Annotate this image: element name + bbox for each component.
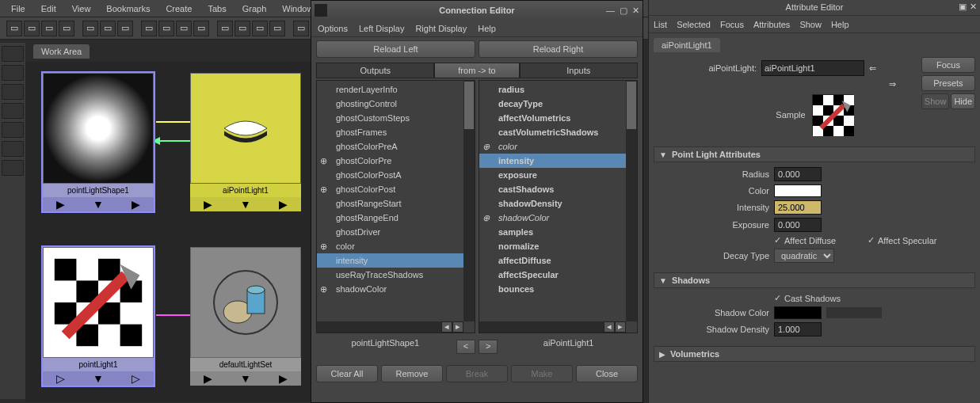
scrollbar-horizontal[interactable]: ◂▸ [317, 321, 463, 333]
node-name-field[interactable] [761, 60, 864, 76]
attribute-item[interactable]: shadowDensity [479, 196, 637, 211]
affect-specular-checkbox[interactable]: ✓Affect Specular [868, 235, 936, 245]
rail-button[interactable] [2, 122, 24, 138]
toolbar-button[interactable]: ▭ [59, 21, 74, 36]
menu-left-display[interactable]: Left Display [359, 24, 404, 33]
attribute-item[interactable]: intensity [479, 154, 637, 168]
direction-button[interactable]: from -> to [434, 63, 519, 78]
outputs-list[interactable]: renderLayerInfoghostingControlghostCusto… [316, 80, 475, 333]
scrollbar-vertical[interactable] [463, 81, 475, 321]
upstream-icon[interactable]: ⇐ [869, 63, 876, 74]
menu-help[interactable]: Help [478, 24, 496, 33]
attribute-item[interactable]: ⊕color [479, 139, 637, 154]
affect-diffuse-checkbox[interactable]: ✓Affect Diffuse [774, 235, 836, 245]
attribute-item[interactable]: radius [479, 82, 637, 97]
toolbar-button[interactable]: ▭ [117, 21, 133, 36]
section-shadows[interactable]: ▼ Shadows [654, 272, 975, 288]
toolbar-button[interactable]: ▭ [141, 21, 157, 36]
tab-work-area[interactable]: Work Area [33, 44, 90, 59]
node-graph[interactable]: pointLightShape1 ▶▼▶ aiPointLight1 ▶▼▶ p… [25, 62, 311, 402]
hide-button[interactable]: Hide [951, 93, 975, 109]
expand-icon[interactable]: ⊕ [320, 284, 327, 295]
attribute-item[interactable]: affectDiffuse [479, 253, 637, 268]
attribute-item[interactable]: castShadows [479, 182, 637, 196]
rail-button[interactable] [2, 160, 24, 176]
toolbar-button[interactable]: ▭ [252, 21, 268, 36]
attribute-item[interactable]: ⊕shadowColor [479, 211, 637, 225]
expand-icon[interactable]: ⊕ [320, 184, 327, 195]
window-titlebar[interactable]: Connection Editor — ▢ ✕ [311, 1, 643, 20]
nav-right-button[interactable]: > [479, 340, 498, 354]
toolbar-button[interactable]: ▭ [235, 21, 250, 36]
menu-bookmarks[interactable]: Bookmarks [98, 2, 158, 16]
attribute-item[interactable]: intensity [317, 253, 475, 268]
menu-selected[interactable]: Selected [677, 20, 711, 29]
attribute-item[interactable]: ghostColorPostA [317, 168, 475, 182]
expand-icon[interactable]: ⊕ [320, 241, 327, 252]
break-button[interactable]: Break [446, 365, 508, 382]
minimize-icon[interactable]: — [606, 6, 615, 16]
attribute-item[interactable]: ⊕shadowColor [317, 282, 475, 296]
remove-button[interactable]: Remove [381, 365, 443, 382]
undock-icon[interactable]: ▣ [959, 2, 967, 12]
attribute-item[interactable]: ⊕color [317, 239, 475, 253]
menu-show[interactable]: Show [799, 20, 822, 29]
menu-graph[interactable]: Graph [235, 2, 275, 16]
menu-right-display[interactable]: Right Display [415, 24, 467, 33]
toolbar-button[interactable]: ▭ [41, 21, 57, 36]
clear-all-button[interactable]: Clear All [316, 365, 378, 382]
scrollbar-vertical[interactable] [626, 81, 637, 321]
close-button[interactable]: Close [576, 365, 638, 382]
attribute-item[interactable]: ghostRangeStart [317, 196, 475, 211]
menu-help[interactable]: Help [831, 20, 849, 29]
menu-attributes[interactable]: Attributes [753, 20, 790, 29]
nav-left-button[interactable]: < [456, 340, 475, 354]
toolbar-button[interactable]: ▭ [293, 21, 309, 36]
inputs-list[interactable]: radiusdecayTypeaffectVolumetricscastVolu… [479, 80, 638, 333]
toolbar-button[interactable]: ▭ [24, 21, 40, 36]
menu-list[interactable]: List [654, 20, 667, 29]
toolbar-button[interactable]: ▭ [217, 21, 233, 36]
scrollbar-horizontal[interactable]: ◂▸ [479, 321, 626, 333]
node-controls[interactable]: ▶▼▶ [190, 371, 301, 386]
attribute-item[interactable]: ghostFrames [317, 125, 475, 139]
attribute-item[interactable]: normalize [479, 239, 637, 253]
attribute-item[interactable]: ghostingControl [317, 97, 475, 111]
shadow-color-swatch[interactable] [774, 306, 822, 319]
node-pointlightshape1[interactable]: pointLightShape1 ▶▼▶ [43, 73, 154, 211]
attribute-item[interactable]: ⊕ghostColorPost [317, 182, 475, 196]
node-controls[interactable]: ▷▼▷ [43, 371, 154, 386]
node-pointlight1[interactable]: pointLight1 ▷▼▷ [43, 247, 154, 386]
exposure-field[interactable] [774, 218, 822, 232]
reload-right-button[interactable]: Reload Right [479, 40, 638, 58]
toolbar-button[interactable]: ▭ [100, 21, 116, 36]
attribute-item[interactable]: exposure [479, 168, 637, 182]
sample-swatch[interactable] [812, 94, 853, 135]
attribute-item[interactable]: samples [479, 225, 637, 239]
intensity-field[interactable] [774, 200, 822, 215]
attribute-item[interactable]: castVolumetricShadows [479, 125, 637, 139]
menu-create[interactable]: Create [158, 2, 200, 16]
color-swatch[interactable] [774, 184, 822, 197]
reload-left-button[interactable]: Reload Left [316, 40, 475, 58]
presets-button[interactable]: Presets [921, 75, 975, 91]
attribute-item[interactable]: affectVolumetrics [479, 111, 637, 125]
decay-type-select[interactable]: quadratic [774, 249, 834, 263]
cast-shadows-checkbox[interactable]: ✓Cast Shadows [774, 293, 841, 303]
toolbar-button[interactable]: ▭ [269, 21, 285, 36]
node-controls[interactable]: ▶▼▶ [190, 197, 301, 211]
attribute-item[interactable]: ghostColorPreA [317, 139, 475, 154]
toolbar-button[interactable]: ▭ [176, 21, 192, 36]
attribute-item[interactable]: ⊕ghostColorPre [317, 154, 475, 168]
shadow-color-slider[interactable] [826, 307, 882, 318]
node-aipointlight1[interactable]: aiPointLight1 ▶▼▶ [190, 73, 301, 211]
maximize-icon[interactable]: ▢ [620, 6, 627, 16]
attribute-item[interactable]: renderLayerInfo [317, 82, 475, 97]
node-defaultlightset[interactable]: defaultLightSet ▶▼▶ [190, 247, 301, 386]
downstream-icon[interactable]: ⇒ [889, 79, 896, 89]
radius-field[interactable] [774, 167, 822, 181]
attribute-item[interactable]: bounces [479, 282, 637, 296]
make-button[interactable]: Make [511, 365, 573, 382]
attribute-item[interactable]: affectSpecular [479, 268, 637, 282]
attribute-item[interactable]: useRayTraceShadows [317, 268, 475, 282]
